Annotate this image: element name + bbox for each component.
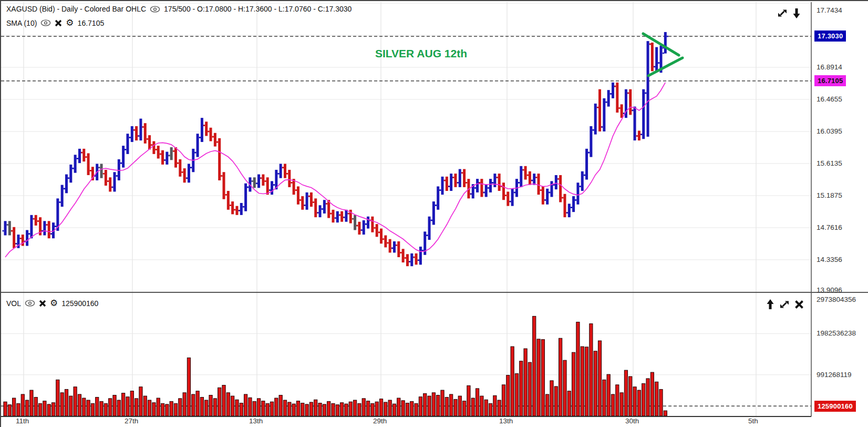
trading-chart-window: XAGUSD (Bid) - Daily - Colored Bar OHLC … <box>0 0 868 427</box>
sma-label: SMA (10) <box>6 19 37 27</box>
arrow-down-icon[interactable] <box>792 7 801 19</box>
gear-icon[interactable]: ⚙ <box>66 18 74 27</box>
price-chart[interactable] <box>1 1 868 427</box>
volume-badge: 125900160 <box>814 401 856 412</box>
close-icon[interactable] <box>39 300 46 307</box>
price-axis-tick: 15.6135 <box>817 159 842 167</box>
annotation-text[interactable]: SILVER AUG 12th <box>375 47 467 60</box>
sma-price-badge: 16.7105 <box>814 75 846 86</box>
arrow-up-icon[interactable] <box>766 299 774 310</box>
sma-header[interactable]: SMA (10) ⚙ 16.7105 <box>6 18 104 27</box>
close-icon[interactable] <box>794 300 804 309</box>
eye-icon[interactable] <box>40 19 51 26</box>
sma-value: 16.7105 <box>78 19 105 27</box>
expand-icon[interactable] <box>779 299 790 310</box>
date-axis-tick: 11th <box>16 417 29 425</box>
volume-axis-tick: 2973804356 <box>817 296 856 303</box>
volume-panel-controls <box>766 299 804 310</box>
date-axis-tick: 27th <box>125 417 138 425</box>
price-axis-tick: 16.0395 <box>817 127 842 135</box>
last-price-badge: 17.3030 <box>814 30 846 42</box>
eye-icon[interactable] <box>150 6 160 13</box>
price-axis-tick: 16.4655 <box>817 95 842 103</box>
gear-icon[interactable]: ⚙ <box>50 299 58 308</box>
date-axis-tick: 30th <box>625 417 639 425</box>
volume-value: 125900160 <box>61 299 98 308</box>
price-axis-tick: 16.8914 <box>817 63 842 71</box>
price-axis-tick: 15.1875 <box>817 191 842 199</box>
instrument-header[interactable]: XAGUSD (Bid) - Daily - Colored Bar OHLC … <box>6 5 352 13</box>
date-axis-tick: 5th <box>748 417 758 425</box>
volume-axis-tick: 991268119 <box>817 371 852 379</box>
ohlc-values: 175/500 - O:17.0800 - H:17.3600 - L:17.0… <box>164 5 352 13</box>
volume-header[interactable]: VOL ⚙ 125900160 <box>6 299 98 308</box>
eye-icon[interactable] <box>25 300 35 307</box>
date-axis-tick: 13th <box>249 417 263 425</box>
price-axis-tick: 17.7434 <box>817 6 842 14</box>
price-axis-tick: 14.7616 <box>817 223 842 231</box>
date-axis-tick: 13th <box>499 417 513 425</box>
expand-icon[interactable] <box>777 7 788 19</box>
instrument-title: XAGUSD (Bid) - Daily - Colored Bar OHLC <box>6 5 146 13</box>
date-axis-tick: 29th <box>373 417 387 425</box>
volume-label: VOL <box>6 299 21 308</box>
price-axis-tick: 13.9096 <box>817 286 842 294</box>
price-axis-tick: 14.3356 <box>817 256 842 263</box>
price-panel-controls <box>777 7 801 19</box>
close-icon[interactable] <box>55 19 62 27</box>
volume-axis-tick: 1982536238 <box>817 329 856 337</box>
